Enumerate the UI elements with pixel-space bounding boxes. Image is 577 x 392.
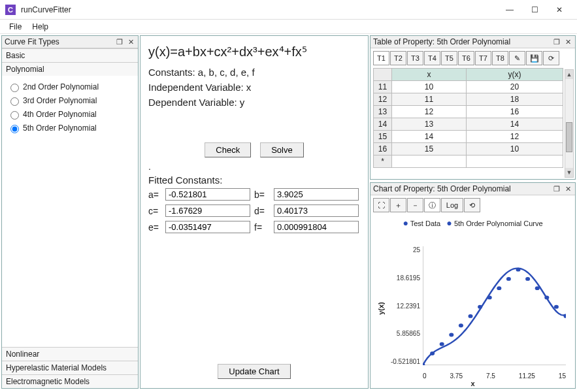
svg-point-8 <box>478 305 482 309</box>
poly-2nd[interactable]: 2nd Order Polynomial <box>7 82 133 92</box>
scroll-thumb[interactable] <box>566 122 572 152</box>
close-panel-icon[interactable]: ✕ <box>126 38 135 46</box>
table-close-icon[interactable]: ✕ <box>563 38 572 46</box>
tab-t2[interactable]: T2 <box>390 51 406 65</box>
menu-help[interactable]: Help <box>27 21 54 33</box>
chart-dock-icon[interactable]: ❐ <box>552 185 561 193</box>
poly-5th[interactable]: 5th Order Polynomial <box>7 123 133 133</box>
save-icon[interactable]: 💾 <box>526 51 542 65</box>
group-basic[interactable]: Basic <box>2 48 138 62</box>
log-button[interactable]: Log <box>441 198 463 212</box>
check-button[interactable]: Check <box>205 142 251 157</box>
update-chart-button[interactable]: Update Chart <box>218 364 290 379</box>
svg-point-10 <box>497 286 501 290</box>
plot-canvas <box>423 246 566 365</box>
left-panel-title: Curve Fit Types <box>5 37 59 46</box>
svg-point-7 <box>468 314 472 318</box>
maximize-button[interactable]: ☐ <box>522 0 547 20</box>
poly-4th[interactable]: 4th Order Polynomial <box>7 109 133 120</box>
table-row: * <box>374 155 563 168</box>
chart-legend: ● Test Data ● 5th Order Polynomial Curve <box>371 218 575 228</box>
y-axis-ticks: 25 18.6195 12.2391 5.85865 -0.521801 <box>378 246 420 365</box>
menu-bar: File Help <box>0 20 577 34</box>
value-f[interactable] <box>274 221 359 233</box>
table-row: 161510 <box>374 143 563 155</box>
minimize-button[interactable]: — <box>497 0 522 20</box>
left-panel-header: Curve Fit Types ❐ ✕ <box>2 36 138 48</box>
x-axis-label: x <box>374 380 571 387</box>
table-row: 151412 <box>374 131 563 143</box>
table-scrollbar[interactable]: ▲ ▼ <box>565 69 574 178</box>
svg-point-4 <box>440 342 444 346</box>
table-row: 111020 <box>374 81 563 93</box>
cycle-icon[interactable]: ⟲ <box>464 198 480 212</box>
poly-3rd[interactable]: 3rd Order Polynomial <box>7 95 133 106</box>
svg-point-16 <box>554 305 559 309</box>
close-button[interactable]: ✕ <box>547 0 572 20</box>
value-d[interactable] <box>274 204 359 217</box>
label-a: a= <box>148 189 161 200</box>
info-icon[interactable]: ⓘ <box>424 198 440 212</box>
refresh-icon[interactable]: ⟳ <box>543 51 559 65</box>
col-x-header[interactable]: x <box>392 69 467 81</box>
window-title: runCurveFitter <box>21 5 71 14</box>
svg-point-3 <box>430 351 435 355</box>
table-row: 121118 <box>374 93 563 106</box>
tab-t1[interactable]: T1 <box>373 51 389 65</box>
title-bar: C runCurveFitter — ☐ ✕ <box>0 0 577 20</box>
chart-area: y(x) 25 18.6195 12.2391 5.85865 -0.52180… <box>374 233 571 384</box>
value-e[interactable] <box>165 221 250 233</box>
solve-button[interactable]: Solve <box>260 142 304 157</box>
svg-point-2 <box>423 363 425 365</box>
menu-file[interactable]: File <box>4 21 27 33</box>
group-hyperelastic[interactable]: Hyperelastic Material Models <box>2 361 138 374</box>
legend-curve: 5th Order Polynomial Curve <box>454 220 543 227</box>
label-e: e= <box>148 222 161 233</box>
svg-point-15 <box>544 296 549 300</box>
tab-t8[interactable]: T8 <box>492 51 508 65</box>
chart-close-icon[interactable]: ✕ <box>563 185 572 193</box>
label-b: b= <box>254 189 270 200</box>
row-header-blank <box>374 69 392 81</box>
svg-point-9 <box>487 296 492 300</box>
group-polynomial[interactable]: Polynomial <box>2 62 138 76</box>
zoom-out-icon[interactable]: － <box>407 198 423 212</box>
chart-panel-title: Chart of Property: 5th Order Polynomial <box>373 184 511 193</box>
svg-point-12 <box>516 268 521 272</box>
table-dock-icon[interactable]: ❐ <box>552 38 561 46</box>
x-axis-ticks: 0 3.75 7.5 11.25 15 <box>423 372 566 380</box>
col-y-header[interactable]: y(x) <box>467 69 563 81</box>
svg-point-6 <box>459 323 463 327</box>
equation-panel: y(x)=a+bx+cx²+dx³+ex⁴+fx⁵ Constants: a, … <box>140 35 369 389</box>
dot: . <box>148 161 360 172</box>
scroll-up-icon[interactable]: ▲ <box>565 70 573 79</box>
tab-t6[interactable]: T6 <box>458 51 474 65</box>
table-row: 141314 <box>374 118 563 131</box>
svg-point-13 <box>525 277 530 281</box>
tab-t4[interactable]: T4 <box>424 51 440 65</box>
equation: y(x)=a+bx+cx²+dx³+ex⁴+fx⁵ <box>148 44 360 59</box>
indep-line: Independent Variable: x <box>148 82 360 93</box>
edit-icon[interactable]: ✎ <box>509 51 525 65</box>
legend-test-data: Test Data <box>410 220 440 227</box>
data-table[interactable]: x y(x) 111020 121118 131216 141314 15141… <box>373 68 563 168</box>
svg-point-14 <box>535 286 540 290</box>
chart-toolbar: ⛶ ＋ － ⓘ Log ⟲ <box>371 195 575 215</box>
zoom-fit-icon[interactable]: ⛶ <box>373 198 389 212</box>
tab-t5[interactable]: T5 <box>441 51 457 65</box>
label-c: c= <box>148 206 161 216</box>
value-b[interactable] <box>274 188 359 201</box>
tab-t7[interactable]: T7 <box>475 51 491 65</box>
tab-t3[interactable]: T3 <box>407 51 423 65</box>
value-c[interactable] <box>165 204 250 217</box>
polynomial-options: 2nd Order Polynomial 3rd Order Polynomia… <box>2 76 138 347</box>
scroll-down-icon[interactable]: ▼ <box>565 168 573 177</box>
app-icon: C <box>5 5 16 15</box>
value-a[interactable] <box>165 188 250 201</box>
dock-icon[interactable]: ❐ <box>115 38 124 46</box>
group-electromagnetic[interactable]: Electromagnetic Models <box>2 374 138 388</box>
zoom-in-icon[interactable]: ＋ <box>390 198 406 212</box>
table-panel-title: Table of Property: 5th Order Polynomial <box>373 37 510 46</box>
table-toolbar: T1 T2 T3 T4 T5 T6 T7 T8 ✎ 💾 ⟳ <box>371 48 575 68</box>
group-nonlinear[interactable]: Nonlinear <box>2 347 138 361</box>
